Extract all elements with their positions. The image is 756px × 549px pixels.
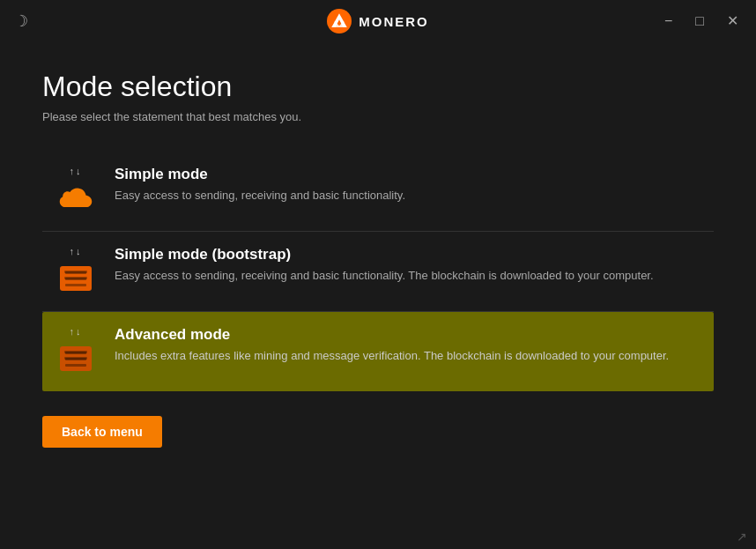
- close-button[interactable]: ✕: [723, 12, 742, 30]
- minimize-button[interactable]: −: [661, 12, 676, 30]
- moon-icon: ☽: [14, 11, 28, 31]
- title-bar: ☽ MONERO − □ ✕: [0, 0, 756, 42]
- simple-mode-name: Simple mode: [115, 166, 703, 183]
- resize-handle[interactable]: ↗: [737, 530, 749, 542]
- svg-point-0: [327, 9, 352, 33]
- box-icon-bootstrap: [57, 260, 94, 297]
- bootstrap-mode-text: Simple mode (bootstrap) Easy access to s…: [115, 246, 703, 285]
- title-bar-center: MONERO: [327, 9, 429, 33]
- advanced-mode-name: Advanced mode: [115, 326, 703, 344]
- simple-mode-text: Simple mode Easy access to sending, rece…: [115, 166, 703, 204]
- mode-item-bootstrap[interactable]: ↑↓ Simple mode (bootstrap) Easy access t…: [42, 232, 714, 312]
- cloud-icon: [57, 180, 94, 217]
- advanced-mode-desc: Includes extra features like mining and …: [115, 347, 703, 365]
- bootstrap-mode-name: Simple mode (bootstrap): [115, 246, 703, 263]
- monero-logo-icon: [327, 9, 352, 33]
- simple-mode-icon-wrap: ↑↓: [53, 166, 99, 217]
- advanced-mode-text: Advanced mode Includes extra features li…: [115, 326, 703, 365]
- arrows-icon-3: ↑↓: [70, 326, 83, 337]
- page-title: Mode selection: [42, 70, 714, 103]
- mode-list: ↑↓ Simple mode Easy access to sending, r…: [42, 152, 714, 391]
- mode-item-advanced[interactable]: ↑↓ Advanced mode Includes extra features…: [42, 312, 714, 391]
- arrows-icon-2: ↑↓: [70, 246, 83, 256]
- bootstrap-mode-icon-wrap: ↑↓: [53, 246, 99, 297]
- main-content: Mode selection Please select the stateme…: [0, 42, 756, 476]
- arrows-icon: ↑↓: [70, 166, 83, 176]
- bootstrap-mode-desc: Easy access to sending, receiving and ba…: [115, 267, 703, 285]
- box-icon-advanced: [57, 340, 94, 377]
- advanced-mode-icon-wrap: ↑↓: [53, 326, 99, 377]
- maximize-button[interactable]: □: [692, 12, 708, 30]
- mode-item-simple[interactable]: ↑↓ Simple mode Easy access to sending, r…: [42, 152, 714, 232]
- app-title: MONERO: [359, 14, 429, 29]
- simple-mode-desc: Easy access to sending, receiving and ba…: [115, 187, 703, 204]
- back-to-menu-button[interactable]: Back to menu: [42, 416, 162, 448]
- window-controls: − □ ✕: [661, 12, 742, 30]
- page-subtitle: Please select the statement that best ma…: [42, 110, 714, 123]
